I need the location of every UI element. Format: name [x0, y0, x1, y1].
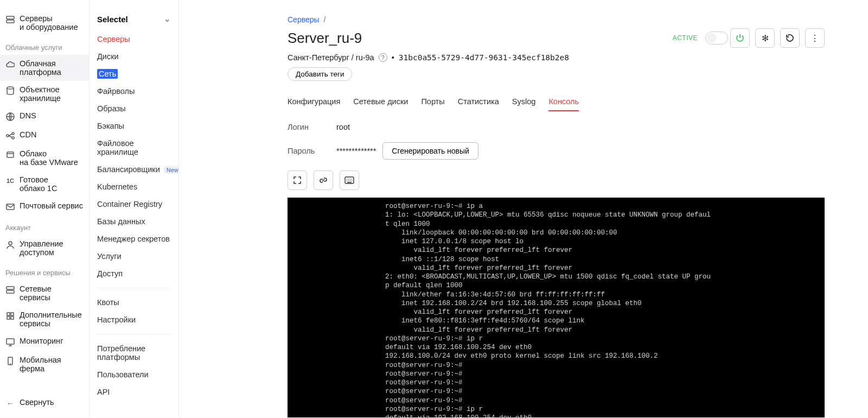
svg-rect-11 [7, 290, 14, 293]
project-selector[interactable]: Selectel ⌄ [90, 10, 178, 30]
user-icon [5, 240, 15, 250]
sidebar-item-access[interactable]: Управление доступом [0, 235, 89, 261]
sidebar-item-label: Дополнительные сервисы [20, 311, 82, 328]
keyboard-button[interactable] [340, 170, 359, 190]
subnav-item-network[interactable]: Сеть [90, 65, 178, 83]
server-uuid: 31bc0a55-5729-4d77-9631-345ecf18b2e8 [399, 53, 569, 62]
arrow-left-icon: ← [5, 398, 15, 408]
sidebar-section-title: Аккаунт [0, 216, 89, 235]
sidebar-item-mail[interactable]: Почтовый сервис [0, 197, 89, 216]
more-actions-button[interactable]: ⋮ [805, 28, 825, 48]
sidebar-item-mobile-farm[interactable]: Мобильная ферма [0, 351, 89, 377]
subnav-item-disks[interactable]: Диски [90, 48, 178, 65]
svg-rect-16 [7, 339, 14, 344]
sidebar-item-vmware[interactable]: Облако на базе VMware [0, 145, 89, 171]
subnav-item-users[interactable]: Пользователи [90, 366, 178, 383]
svg-point-9 [9, 242, 12, 245]
sidebar-section-title: Облачные услуги [0, 36, 89, 55]
subnav-item-lb[interactable]: БалансировщикиNew [90, 161, 178, 178]
server-icon [5, 15, 15, 24]
sidebar-item-monitoring[interactable]: Мониторинг [0, 332, 89, 351]
tab-stats[interactable]: Статистика [458, 93, 499, 111]
main-content: Серверы / Server_ru-9 ACTIVE ✻ ⋮ Санкт-П… [179, 0, 868, 418]
subnav-item-dbs[interactable]: Базы данных [90, 213, 178, 230]
secondary-sidebar: Selectel ⌄ СерверыДискиСетьФайрволыОбраз… [90, 0, 179, 418]
subnav-item-images[interactable]: Образы [90, 100, 178, 117]
subnav-item-servers[interactable]: Серверы [90, 30, 178, 48]
sidebar-item-label: Облачная платформа [20, 59, 61, 77]
subnav-item-quotas[interactable]: Квоты [90, 294, 178, 311]
add-tags-button[interactable]: Добавить теги [288, 67, 352, 81]
keyboard-icon [344, 176, 354, 184]
subnav-item-access[interactable]: Доступ [90, 265, 178, 282]
primary-sidebar: Серверы и оборудование Облачные услугиОб… [0, 0, 90, 418]
page-title: Server_ru-9 [288, 30, 362, 47]
sidebar-item-net-svc[interactable]: Сетевые сервисы [0, 280, 89, 306]
subnav-item-settings[interactable]: Настройки [90, 311, 178, 328]
reboot-button[interactable] [780, 28, 800, 48]
tab-syslog[interactable]: Syslog [512, 93, 536, 111]
sidebar-item-cloud-platform[interactable]: Облачная платформа [0, 55, 89, 81]
tab-config[interactable]: Конфигурация [288, 93, 340, 111]
sidebar-item-extra[interactable]: Дополнительные сервисы [0, 306, 89, 332]
subnav-item-k8s[interactable]: Kubernetes [90, 178, 178, 195]
new-badge: New [163, 166, 179, 174]
sidebar-item-label: Облако на базе VMware [20, 149, 78, 167]
cdn-icon [5, 131, 15, 141]
login-label: Логин [288, 123, 336, 131]
subnav-item-fstorage[interactable]: Файловое хранилище [90, 135, 178, 161]
sidebar-item-label: Готовое облако 1С [20, 175, 57, 193]
subnav-item-registry[interactable]: Container Registry [90, 195, 178, 213]
globe-icon [5, 112, 15, 122]
sidebar-item-object-storage[interactable]: Объектное хранилище [0, 81, 89, 107]
subnav-item-secrets[interactable]: Менеджер секретов [90, 230, 178, 248]
svg-point-4 [7, 135, 9, 137]
power-toggle[interactable] [705, 31, 728, 45]
sidebar-item-label: Сетевые сервисы [20, 284, 84, 302]
svg-rect-7 [7, 152, 14, 157]
power-button[interactable] [730, 28, 750, 48]
status-badge: ACTIVE [673, 34, 698, 42]
mail-icon [5, 202, 15, 212]
svg-rect-14 [7, 316, 10, 319]
tab-disks[interactable]: Сетевые диски [353, 93, 408, 111]
tabs: КонфигурацияСетевые дискиПортыСтатистика… [288, 93, 825, 112]
refresh-icon [786, 34, 794, 42]
cloud-icon [5, 60, 15, 69]
sidebar-item-hardware[interactable]: Серверы и оборудование [0, 10, 89, 36]
subnav-item-firewalls[interactable]: Файрволы [90, 83, 178, 100]
help-icon[interactable]: ? [379, 53, 387, 62]
generate-password-button[interactable]: Сгенерировать новый [382, 142, 478, 160]
server-meta: Санкт-Петербург / ru-9a ? • 31bc0a55-572… [288, 53, 825, 62]
password-value: ************* [336, 147, 376, 155]
mobile-icon [5, 356, 15, 366]
password-label: Пароль [288, 147, 336, 155]
sidebar-item-dns[interactable]: DNS [0, 107, 89, 126]
collapse-label: Свернуть [20, 398, 54, 407]
sidebar-item-label: CDN [20, 130, 36, 139]
breadcrumb: Серверы / [288, 15, 825, 24]
tab-console[interactable]: Консоль [548, 93, 579, 111]
terminal[interactable]: root@server-ru-9:~# ip a 1: lo: <LOOPBAC… [288, 198, 825, 417]
snowflake-button[interactable]: ✻ [755, 28, 775, 48]
monitor-icon [5, 337, 15, 347]
subnav-item-services[interactable]: Услуги [90, 248, 178, 265]
sidebar-section-title: Решения и сервисы [0, 261, 89, 280]
subnav-item-usage[interactable]: Потребление платформы [90, 340, 178, 366]
chevron-down-icon: ⌄ [164, 14, 171, 24]
breadcrumb-link[interactable]: Серверы [288, 15, 320, 24]
power-icon [736, 34, 744, 42]
link-button[interactable] [314, 170, 333, 190]
tab-ports[interactable]: Порты [421, 93, 444, 111]
snowflake-icon: ✻ [762, 33, 769, 43]
sidebar-collapse[interactable]: ← Свернуть [0, 394, 60, 413]
subnav-item-backups[interactable]: Бэкапы [90, 117, 178, 135]
sidebar-item-cdn[interactable]: CDN [0, 126, 89, 145]
grid-icon [5, 311, 15, 321]
fullscreen-button[interactable] [288, 170, 307, 190]
svg-point-2 [7, 87, 14, 89]
sidebar-item-1c[interactable]: 1CГотовое облако 1С [0, 171, 89, 197]
1c-icon: 1C [5, 176, 15, 186]
subnav-item-api[interactable]: API [90, 383, 178, 401]
sidebar-item-label: Мобильная ферма [20, 356, 84, 373]
